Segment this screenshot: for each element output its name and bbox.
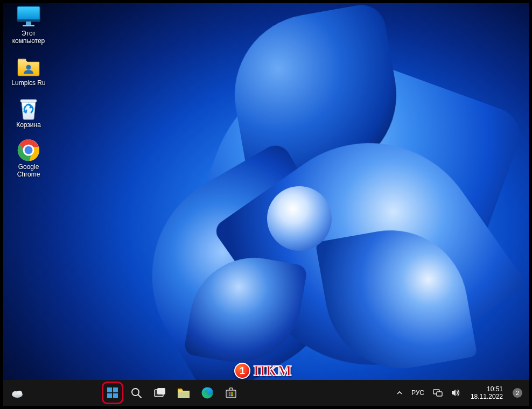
edge-icon: [201, 386, 214, 399]
svg-rect-13: [113, 387, 118, 392]
network-icon: [433, 389, 443, 397]
svg-rect-23: [229, 392, 230, 394]
annotation-number-badge: 1: [234, 363, 250, 379]
taskbar-center: [0, 382, 394, 404]
svg-line-17: [138, 395, 141, 398]
svg-rect-20: [178, 392, 189, 398]
annotation-callout: 1 ПКМ: [234, 362, 292, 379]
monitor-icon: [16, 5, 41, 29]
search-icon: [130, 387, 142, 399]
chrome-icon: [16, 138, 41, 162]
notification-count-badge: 2: [513, 388, 522, 398]
desktop[interactable]: Этот компьютер Lumpics Ru: [0, 0, 532, 409]
speaker-icon: [451, 389, 461, 397]
task-view-button[interactable]: [149, 382, 171, 404]
svg-rect-0: [17, 6, 40, 22]
start-button[interactable]: [102, 382, 123, 404]
svg-rect-24: [231, 392, 233, 394]
file-explorer-button[interactable]: [173, 382, 194, 404]
weather-icon: [11, 387, 24, 398]
network-button[interactable]: [431, 382, 445, 404]
search-button[interactable]: [125, 382, 147, 404]
desktop-icon-label: Корзина: [16, 121, 41, 129]
desktop-icon-label: Google Chrome: [17, 163, 40, 178]
recycle-bin-icon: [16, 96, 41, 120]
start-button-highlight: [102, 382, 123, 404]
folder-user-icon: [16, 54, 41, 78]
store-icon: [225, 387, 237, 399]
time-text: 10:51: [471, 385, 503, 393]
annotation-text: ПКМ: [254, 362, 292, 379]
taskbar: РУС: [3, 380, 529, 406]
svg-rect-1: [17, 19, 40, 22]
system-tray: РУС: [394, 382, 529, 404]
clock-text: 10:51 18.11.2022: [471, 385, 503, 400]
svg-rect-25: [229, 394, 230, 396]
svg-rect-2: [26, 22, 31, 25]
svg-point-4: [26, 65, 31, 70]
desktop-icon-chrome[interactable]: Google Chrome: [5, 138, 52, 178]
wallpaper-bloom: [3, 3, 529, 406]
desktop-icon-lumpics[interactable]: Lumpics Ru: [5, 54, 52, 87]
svg-rect-15: [113, 393, 118, 398]
desktop-icon-label: Lumpics Ru: [11, 79, 45, 87]
desktop-icon-recycle-bin[interactable]: Корзина: [5, 96, 52, 129]
edge-button[interactable]: [197, 382, 218, 404]
windows-logo-icon: [106, 386, 119, 399]
widgets-button[interactable]: [9, 382, 26, 404]
svg-rect-5: [20, 100, 37, 102]
volume-button[interactable]: [449, 382, 463, 404]
chevron-up-icon: [396, 390, 403, 396]
svg-rect-22: [226, 390, 236, 398]
svg-rect-26: [231, 394, 233, 396]
language-indicator[interactable]: РУС: [409, 382, 426, 404]
task-view-icon: [154, 387, 166, 398]
svg-rect-12: [107, 387, 112, 392]
file-explorer-icon: [177, 387, 190, 399]
svg-rect-14: [107, 393, 112, 398]
svg-point-11: [17, 391, 22, 395]
svg-rect-19: [157, 388, 165, 394]
svg-rect-28: [437, 392, 442, 396]
clock-button[interactable]: 10:51 18.11.2022: [467, 382, 506, 404]
desktop-icons: Этот компьютер Lumpics Ru: [5, 5, 52, 178]
svg-rect-3: [23, 25, 34, 26]
language-text: РУС: [411, 389, 424, 397]
desktop-icon-this-pc[interactable]: Этот компьютер: [5, 5, 52, 45]
microsoft-store-button[interactable]: [220, 382, 242, 404]
notifications-button[interactable]: 2: [510, 382, 524, 404]
date-text: 18.11.2022: [471, 393, 503, 400]
tray-overflow-button[interactable]: [394, 382, 405, 404]
desktop-icon-label: Этот компьютер: [12, 30, 45, 45]
